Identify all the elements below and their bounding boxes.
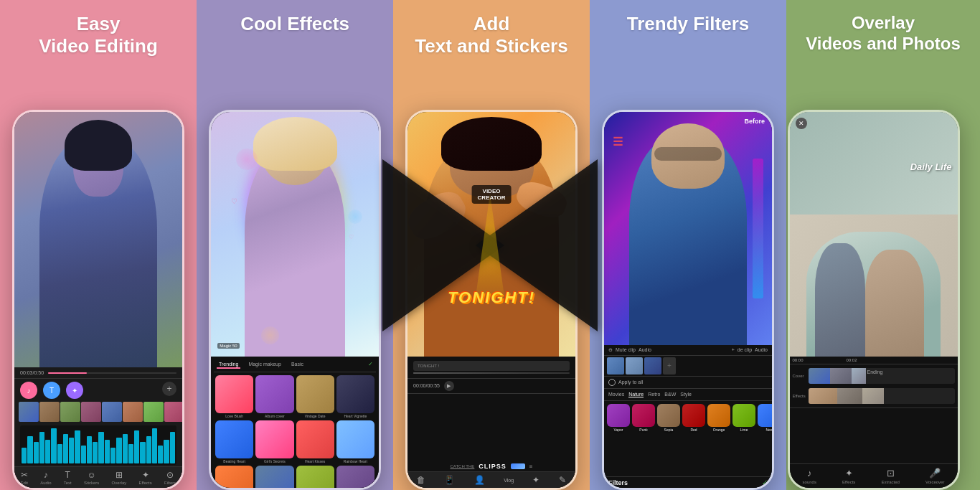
edit-tool[interactable]: ✂ Edit bbox=[21, 470, 28, 485]
filters-tool[interactable]: ⊙ Filters bbox=[164, 470, 176, 485]
tab-basic[interactable]: Basic bbox=[289, 361, 306, 369]
tab-magic-makeup[interactable]: Magic makeup bbox=[246, 361, 283, 369]
timeline-icons-1: ♪ T ✦ + bbox=[14, 379, 182, 402]
effect-girls-secrets[interactable]: Girl's Secrets bbox=[255, 420, 293, 463]
effect-love-blush[interactable]: Love Blush bbox=[215, 375, 253, 418]
sounds-tool[interactable]: ♪ sounds bbox=[803, 468, 816, 484]
panel-2-title: Cool Effects bbox=[197, 0, 393, 42]
filters-label: Filters bbox=[608, 479, 628, 486]
tab-movies[interactable]: Movies bbox=[608, 392, 624, 397]
effects-tabs: Trending Magic makeup Basic ✓ bbox=[214, 359, 376, 372]
film-thumb bbox=[607, 357, 624, 374]
filter-vapor[interactable] bbox=[607, 404, 630, 427]
time-start: 00:00 bbox=[793, 358, 804, 362]
film-frame bbox=[164, 402, 182, 422]
filter-red[interactable] bbox=[682, 404, 705, 427]
track-thumb bbox=[809, 368, 830, 384]
close-overlay-btn[interactable]: ✕ bbox=[796, 118, 807, 129]
tab-retro[interactable]: Retro bbox=[648, 392, 660, 397]
music-icon: ♪ bbox=[20, 382, 37, 399]
track-thumb bbox=[862, 388, 884, 404]
effect-beating-heart[interactable]: Beating Heart bbox=[215, 420, 253, 463]
effects-tool[interactable]: ✦ Effects bbox=[139, 470, 152, 485]
overlay-tool[interactable]: ⊞ Overlay bbox=[112, 470, 127, 485]
film-frame bbox=[123, 402, 143, 422]
effects-tool-5[interactable]: ✦ Effects bbox=[842, 468, 855, 484]
style-tool[interactable]: 👤 bbox=[474, 475, 485, 485]
phone3-panel: TONIGHT ! 00:00/00:55 ▶ 🗑 bbox=[407, 357, 575, 488]
effects-grid: Love Blush Album cover Vintage Date bbox=[214, 372, 376, 488]
effects-bottom-bar-5: ♪ sounds ✦ Effects ⊡ Extracted 🎤 bbox=[790, 463, 958, 488]
film-frame bbox=[39, 402, 60, 422]
time-display-1: 00:03/0:50 bbox=[20, 370, 44, 375]
panel-5-title: Overlay Videos and Photos bbox=[786, 0, 980, 62]
tab-trending[interactable]: Trending bbox=[217, 361, 240, 369]
effect-sunset-light[interactable]: Sunset Light bbox=[255, 466, 293, 488]
sparkle-tool[interactable]: ✦ bbox=[532, 475, 540, 485]
panel-easy-video-editing: Easy Video Editing 00:03/0:50 bbox=[0, 0, 197, 490]
text-icon: T bbox=[43, 382, 60, 399]
phone-tool[interactable]: 📱 bbox=[444, 475, 455, 485]
effect-rainbow-heart[interactable]: Rainbow Heart bbox=[336, 420, 374, 463]
phone4-panel: ⊖ Mute clip Audio + de clip Audio bbox=[604, 345, 772, 488]
filters-checkmark[interactable]: ✓ bbox=[762, 479, 768, 486]
phone4-photo: ☰ Before bbox=[604, 112, 772, 345]
panel-text-stickers: Add Text and Stickers VIDEO CREATO bbox=[393, 0, 590, 490]
vlog-tool[interactable]: Vlog bbox=[504, 478, 514, 483]
film-frame bbox=[81, 402, 101, 422]
effect-color-negative[interactable]: Color Negative bbox=[336, 466, 374, 488]
bottom-toolbar-3: 🗑 📱 👤 Vlog ✦ bbox=[407, 471, 575, 488]
add-thumb-btn[interactable]: + bbox=[663, 357, 676, 374]
waveform bbox=[20, 425, 176, 465]
effect-vintage-date[interactable]: Vintage Date bbox=[296, 375, 334, 418]
effect-heart-kisses[interactable]: Heart Kisses bbox=[296, 420, 334, 463]
filter-punk[interactable] bbox=[632, 404, 655, 427]
track-thumb bbox=[852, 368, 866, 384]
track-thumb bbox=[837, 388, 862, 404]
phone-mockup-2: ♡ ♡ Magic 50 Trending Magic makeup Basic… bbox=[209, 110, 381, 490]
phone5-panel: 00:00 00:02 Cover Ending bbox=[790, 357, 958, 488]
phone1-timeline: 00:03/0:50 ♪ T ✦ + bbox=[14, 367, 182, 488]
phone5-photo: Daily Life ✕ bbox=[790, 112, 958, 357]
play-btn-3[interactable]: ▶ bbox=[444, 381, 454, 391]
pen-tool[interactable]: ✎ bbox=[559, 475, 566, 485]
apply-all-checkbox[interactable] bbox=[608, 379, 616, 386]
film-thumb bbox=[626, 357, 643, 374]
phone-mockup-4: ☰ Before ⊖ Mute clip Audio + de clip bbox=[602, 110, 774, 490]
phone-screen-3: VIDEO CREATOR TONIGHT! TONIGHT ! bbox=[407, 112, 575, 488]
filter-sepia[interactable] bbox=[657, 404, 680, 427]
audio-tool[interactable]: ♪ Audio bbox=[40, 470, 51, 485]
effect-blue-negative[interactable]: Blue Negative bbox=[296, 466, 334, 488]
time-display-3: 00:00/00:55 bbox=[413, 383, 440, 388]
stickers-tool[interactable]: ☺ Stickers bbox=[84, 470, 99, 485]
overlay-timeline: Cover Ending Effects bbox=[790, 364, 958, 408]
tab-bw[interactable]: B&W bbox=[664, 392, 676, 397]
voiceover-tool[interactable]: 🎤 Voiceover bbox=[925, 468, 944, 484]
panels-container: Easy Video Editing 00:03/0:50 bbox=[0, 0, 980, 490]
effect-album-cover[interactable]: Album cover bbox=[255, 375, 293, 418]
film-frame bbox=[60, 402, 80, 422]
phone-screen-4: ☰ Before ⊖ Mute clip Audio + de clip bbox=[604, 112, 772, 488]
filter-orange[interactable] bbox=[707, 404, 730, 427]
text-tool[interactable]: T Text bbox=[64, 470, 72, 485]
effect-loading-super[interactable]: Loading Super bbox=[215, 466, 253, 488]
timeline-controls: 00:03/0:50 bbox=[14, 367, 182, 379]
filter-neo[interactable] bbox=[758, 404, 772, 427]
panel-trendy-filters: Trendy Filters ☰ Before bbox=[590, 0, 786, 490]
effects-icon: ✦ bbox=[66, 382, 83, 399]
effect-heart-vignette[interactable]: Heart Vignette bbox=[336, 375, 374, 418]
filter-controls: ⊖ Mute clip Audio + de clip Audio bbox=[604, 345, 772, 356]
filter-lime[interactable] bbox=[732, 404, 755, 427]
video-creator-badge: VIDEO CREATOR bbox=[472, 185, 512, 204]
tab-nature[interactable]: Nature bbox=[628, 392, 644, 397]
phone-mockup-3: VIDEO CREATOR TONIGHT! TONIGHT ! bbox=[405, 110, 578, 490]
delete-tool[interactable]: 🗑 bbox=[417, 475, 425, 485]
phone2-effects-panel: Trending Magic makeup Basic ✓ Love Blush… bbox=[211, 357, 379, 488]
phone-mockup-5: Daily Life ✕ 00:00 bbox=[788, 110, 960, 490]
tab-style[interactable]: Style bbox=[680, 392, 692, 397]
text-item-tonight: TONIGHT ! bbox=[413, 361, 570, 371]
phone-screen-1: 00:03/0:50 ♪ T ✦ + bbox=[14, 112, 182, 488]
filter-tabs: Movies Nature Retro B&W Style bbox=[604, 389, 772, 401]
extracted-tool[interactable]: ⊡ Extracted bbox=[882, 468, 900, 484]
add-clip-btn[interactable]: + bbox=[162, 382, 176, 396]
